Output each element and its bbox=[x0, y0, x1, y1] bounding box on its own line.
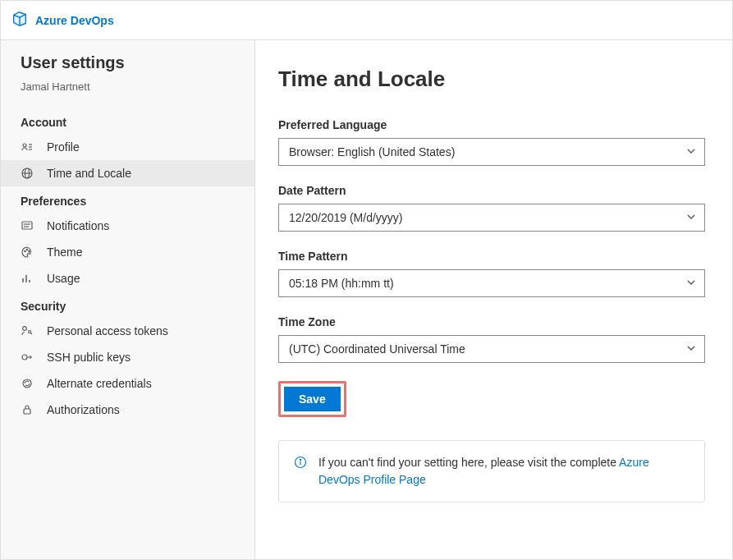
key-icon bbox=[21, 351, 34, 364]
select-language[interactable]: Browser: English (United States) bbox=[278, 138, 705, 166]
sidebar-title: User settings bbox=[21, 53, 235, 72]
svg-point-18 bbox=[22, 355, 27, 360]
svg-point-16 bbox=[23, 327, 27, 331]
select-time-pattern[interactable]: 05:18 PM (hh:mm tt) bbox=[278, 269, 705, 297]
svg-point-11 bbox=[26, 249, 27, 250]
lock-icon bbox=[21, 403, 34, 416]
section-label-security: Security bbox=[1, 291, 254, 318]
chevron-down-icon bbox=[686, 342, 696, 356]
chevron-down-icon bbox=[686, 211, 696, 224]
section-label-account: Account bbox=[1, 108, 254, 134]
sidebar-item-altcreds[interactable]: Alternate credentials bbox=[1, 370, 254, 397]
brand[interactable]: Azure DevOps bbox=[11, 10, 114, 30]
svg-rect-20 bbox=[24, 409, 30, 414]
sidebar-item-label: Notifications bbox=[47, 219, 109, 232]
field-date-pattern: Date Pattern 12/20/2019 (M/d/yyyy) bbox=[278, 184, 709, 232]
save-button[interactable]: Save bbox=[284, 387, 341, 411]
brand-label: Azure DevOps bbox=[35, 14, 114, 27]
info-callout: If you can't find your setting here, ple… bbox=[278, 440, 705, 503]
sidebar-item-label: SSH public keys bbox=[47, 351, 131, 364]
svg-rect-7 bbox=[22, 222, 32, 229]
sidebar-item-theme[interactable]: Theme bbox=[1, 239, 254, 265]
sidebar-item-label: Personal access tokens bbox=[47, 324, 168, 337]
page-title: Time and Locale bbox=[278, 67, 709, 92]
sidebar-item-label: Alternate credentials bbox=[47, 377, 152, 390]
sidebar-item-pat[interactable]: Personal access tokens bbox=[1, 318, 254, 344]
chevron-down-icon bbox=[686, 277, 696, 290]
sidebar-item-authorizations[interactable]: Authorizations bbox=[1, 397, 254, 423]
person-key-icon bbox=[21, 324, 34, 337]
field-time-zone: Time Zone (UTC) Coordinated Universal Ti… bbox=[278, 315, 709, 363]
sidebar-item-notifications[interactable]: Notifications bbox=[1, 213, 254, 239]
shield-sync-icon bbox=[21, 377, 34, 390]
sidebar-item-label: Time and Locale bbox=[47, 167, 131, 180]
field-label-tz: Time Zone bbox=[278, 315, 709, 328]
sidebar-item-ssh[interactable]: SSH public keys bbox=[1, 344, 254, 370]
bar-chart-icon bbox=[21, 272, 34, 285]
select-value: Browser: English (United States) bbox=[289, 145, 455, 158]
sidebar-subtitle: Jamal Hartnett bbox=[1, 76, 254, 108]
info-text: If you can't find your setting here, ple… bbox=[318, 454, 689, 489]
palette-icon bbox=[21, 246, 34, 259]
chevron-down-icon bbox=[686, 145, 696, 158]
globe-icon bbox=[21, 167, 34, 180]
azure-devops-logo-icon bbox=[11, 10, 29, 30]
svg-point-12 bbox=[29, 250, 30, 251]
sidebar-item-label: Usage bbox=[47, 272, 80, 285]
sidebar-item-label: Theme bbox=[47, 246, 83, 259]
sidebar: User settings Jamal Hartnett Account Pro… bbox=[1, 40, 255, 559]
field-language: Preferred Language Browser: English (Uni… bbox=[278, 118, 709, 166]
sidebar-item-time-locale[interactable]: Time and Locale bbox=[1, 160, 254, 186]
info-text-pre: If you can't find your setting here, ple… bbox=[318, 456, 619, 469]
field-time-pattern: Time Pattern 05:18 PM (hh:mm tt) bbox=[278, 250, 709, 297]
sidebar-item-usage[interactable]: Usage bbox=[1, 265, 254, 291]
section-label-preferences: Preferences bbox=[1, 186, 254, 213]
person-card-icon bbox=[21, 140, 34, 154]
info-icon bbox=[294, 456, 307, 489]
field-label-language: Preferred Language bbox=[278, 118, 709, 131]
message-icon bbox=[21, 219, 34, 232]
svg-point-19 bbox=[23, 379, 31, 388]
field-label-time: Time Pattern bbox=[278, 250, 709, 263]
topbar: Azure DevOps bbox=[1, 1, 732, 40]
save-highlight: Save bbox=[278, 381, 346, 417]
main-panel: Time and Locale Preferred Language Brows… bbox=[255, 40, 732, 559]
sidebar-item-profile[interactable]: Profile bbox=[1, 134, 254, 160]
svg-point-23 bbox=[300, 459, 300, 460]
select-value: 05:18 PM (hh:mm tt) bbox=[289, 277, 394, 290]
select-date-pattern[interactable]: 12/20/2019 (M/d/yyyy) bbox=[278, 204, 705, 232]
select-time-zone[interactable]: (UTC) Coordinated Universal Time bbox=[278, 335, 705, 363]
svg-point-0 bbox=[23, 144, 26, 147]
field-label-date: Date Pattern bbox=[278, 184, 709, 197]
sidebar-item-label: Profile bbox=[47, 140, 80, 154]
select-value: 12/20/2019 (M/d/yyyy) bbox=[289, 211, 403, 224]
sidebar-item-label: Authorizations bbox=[47, 403, 120, 416]
svg-point-10 bbox=[25, 250, 25, 251]
select-value: (UTC) Coordinated Universal Time bbox=[289, 342, 465, 356]
